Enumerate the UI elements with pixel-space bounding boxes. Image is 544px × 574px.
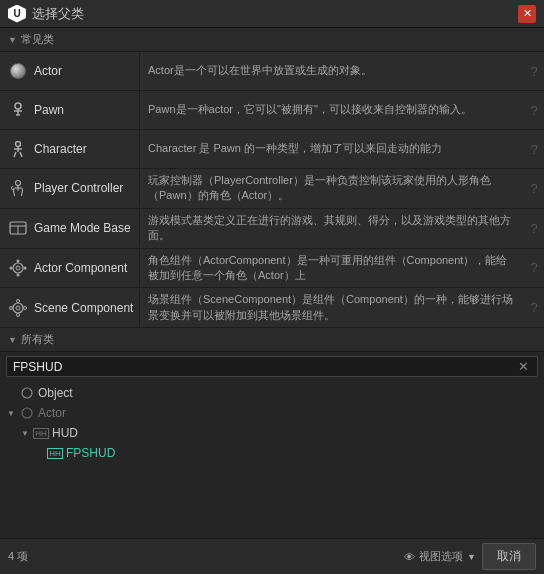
svg-point-19 [10,266,13,269]
svg-point-17 [17,259,20,262]
fpshud-icon: HH [46,445,64,461]
list-item-character[interactable]: Character Character 是 Pawn 的一种类型，增加了可以来回… [0,130,544,169]
scene-component-help-icon: ? [524,300,544,315]
title-bar: U 选择父类 ✕ [0,0,544,28]
pawn-help-icon: ? [524,103,544,118]
svg-point-24 [17,313,20,316]
scene-component-desc: 场景组件（SceneComponent）是组件（Component）的一种，能够… [140,288,524,327]
pawn-icon-area: Pawn [0,91,140,129]
all-section-header: ▼ 所有类 [0,328,544,352]
actor-component-icon [8,258,28,278]
list-item-game-mode-base[interactable]: Game Mode Base 游戏模式基类定义正在进行的游戏、其规则、得分，以及… [0,209,544,249]
list-item-actor-component[interactable]: Actor Component 角色组件（ActorComponent）是一种可… [0,249,544,289]
tree-item-hud[interactable]: ▼ HH HUD [0,423,544,443]
view-options-label: 视图选项 [419,549,463,564]
tree-item-object[interactable]: Object [0,383,544,403]
scene-component-label: Scene Component [34,301,133,315]
character-help-icon: ? [524,142,544,157]
player-controller-icon [8,178,28,198]
list-item-scene-component[interactable]: Scene Component 场景组件（SceneComponent）是组件（… [0,288,544,328]
game-mode-help-icon: ? [524,221,544,236]
hud-icon: HH [32,425,50,441]
actor-component-icon-area: Actor Component [0,249,140,287]
tree-area: Object ▼ Actor ▼ HH HUD [0,381,544,538]
character-label: Character [34,142,87,156]
player-controller-icon-area: Player Controller [0,169,140,207]
all-classes-section: ▼ 所有类 ✕ Object ▼ [0,328,544,574]
window-title: 选择父类 [32,5,84,23]
game-mode-icon [8,218,28,238]
character-icon [8,139,28,159]
player-controller-desc: 玩家控制器（PlayerController）是一种负责控制该玩家使用的人形角色… [140,169,524,208]
common-section-header: ▼ 常见类 [0,28,544,52]
svg-point-16 [16,266,20,270]
svg-point-26 [24,306,27,309]
actor-component-desc: 角色组件（ActorComponent）是一种可重用的组件（Component）… [140,249,524,288]
pawn-icon [8,100,28,120]
cancel-button[interactable]: 取消 [482,543,536,570]
character-icon-area: Character [0,130,140,168]
close-button[interactable]: ✕ [518,5,536,23]
svg-point-28 [22,408,32,418]
object-label: Object [38,386,73,400]
tree-item-fpshud[interactable]: HH FPSHUD [0,443,544,463]
actor-desc: Actor是一个可以在世界中放置或生成的对象。 [140,59,524,82]
actor-tree-arrow: ▼ [4,409,18,418]
scene-component-icon [8,298,28,318]
svg-point-18 [17,273,20,276]
view-options-button[interactable]: 👁 视图选项 ▼ [404,549,476,564]
actor-help-icon: ? [524,64,544,79]
svg-point-23 [17,299,20,302]
actor-icon-area: Actor [0,52,140,90]
view-options-chevron: ▼ [467,552,476,562]
list-item-pawn[interactable]: Pawn Pawn是一种actor，它可以"被拥有"，可以接收来自控制器的输入。… [0,91,544,130]
actor-component-label: Actor Component [34,261,127,275]
player-controller-help-icon: ? [524,181,544,196]
player-controller-label: Player Controller [34,181,123,195]
common-section-triangle: ▼ [8,35,17,45]
game-mode-icon-area: Game Mode Base [0,209,140,247]
view-icon: 👁 [404,551,415,563]
svg-point-15 [13,263,23,273]
hud-tree-arrow: ▼ [18,429,32,438]
footer: 4 项 👁 视图选项 ▼ 取消 [0,538,544,574]
actor-label: Actor [34,64,62,78]
svg-point-0 [15,103,21,109]
game-mode-label: Game Mode Base [34,221,131,235]
pawn-desc: Pawn是一种actor，它可以"被拥有"，可以接收来自控制器的输入。 [140,98,524,121]
all-section-label: 所有类 [21,332,54,347]
tree-item-actor[interactable]: ▼ Actor [0,403,544,423]
svg-point-4 [16,142,21,147]
object-icon [18,385,36,401]
title-bar-left: U 选择父类 [8,5,84,23]
list-item-actor[interactable]: Actor Actor是一个可以在世界中放置或生成的对象。 ? [0,52,544,91]
search-bar: ✕ [6,356,538,377]
search-clear-button[interactable]: ✕ [516,359,531,374]
svg-point-9 [16,181,21,186]
all-section-triangle: ▼ [8,335,17,345]
svg-point-20 [24,266,27,269]
fpshud-tree-label: FPSHUD [66,446,115,460]
hud-tree-label: HUD [52,426,78,440]
ue-logo: U [8,5,26,23]
common-classes-section: ▼ 常见类 Actor Actor是一个可以在世界中放置或生成的对象。 ? Pa… [0,28,544,328]
svg-line-7 [14,152,16,157]
svg-point-25 [10,306,13,309]
actor-tree-icon [18,405,36,421]
list-item-player-controller[interactable]: Player Controller 玩家控制器（PlayerController… [0,169,544,209]
svg-line-8 [20,152,22,157]
scene-component-icon-area: Scene Component [0,289,140,327]
actor-tree-label: Actor [38,406,66,420]
svg-point-21 [13,303,23,313]
footer-right: 👁 视图选项 ▼ 取消 [404,543,536,570]
svg-point-27 [22,388,32,398]
svg-point-22 [16,306,20,310]
actor-component-help-icon: ? [524,260,544,275]
actor-icon [8,61,28,81]
character-desc: Character 是 Pawn 的一种类型，增加了可以来回走动的能力 [140,137,524,160]
common-section-label: 常见类 [21,32,54,47]
pawn-label: Pawn [34,103,64,117]
main-container: ▼ 常见类 Actor Actor是一个可以在世界中放置或生成的对象。 ? Pa… [0,28,544,574]
search-input[interactable] [13,360,516,374]
item-count: 4 项 [8,549,28,564]
